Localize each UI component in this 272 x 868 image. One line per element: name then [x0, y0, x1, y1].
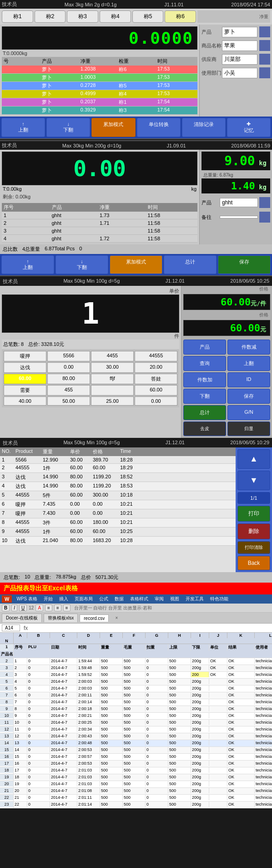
s4-rb-down[interactable]: ▼	[237, 471, 270, 490]
excel-btn-align-left[interactable]: ≡	[45, 604, 52, 611]
excel-tab-docer[interactable]: Docer-在线模板	[2, 614, 42, 622]
col-header-n[interactable]: N	[0, 638, 14, 644]
s3-cell-20[interactable]: 20.00	[135, 362, 177, 373]
s3-rb-return[interactable]: 归显	[227, 421, 270, 436]
s3-rb-pcs-plus[interactable]: 件数加	[183, 372, 226, 387]
scale-btn-3[interactable]: 称3	[67, 10, 98, 23]
col-header-k[interactable]: K	[227, 633, 255, 638]
col-header-g[interactable]: G	[146, 633, 168, 638]
s4-rb-up[interactable]: ▲	[237, 449, 270, 469]
scale-btn-2[interactable]: 称2	[35, 10, 66, 23]
nav-btn-unit[interactable]: 单位转换	[137, 118, 181, 137]
s2-nav-accumulate[interactable]: 累加模式	[110, 255, 162, 274]
excel-menu-review[interactable]: 审阅	[153, 595, 166, 603]
s3-rb-product[interactable]: 产品	[183, 340, 226, 355]
col-header-j[interactable]: J	[209, 633, 227, 638]
s1-main-display: 0.0000 T:0.0000kg 号 产品 净重 检重 时间 萝卜 1.203…	[0, 25, 272, 117]
excel-btn-italic[interactable]: I	[11, 604, 17, 611]
s3-cell-gaya[interactable]: 嗄押	[4, 351, 46, 361]
s2-nav-save[interactable]: 保存	[218, 255, 271, 274]
col-header-l[interactable]: L	[255, 633, 272, 638]
s2-nav-down[interactable]: ↓下翻	[55, 255, 108, 274]
s3-cell-455[interactable]: 455	[47, 385, 90, 396]
s3-cell-44555[interactable]: 44555	[135, 351, 177, 361]
s3-cell-40[interactable]: 40.00	[4, 396, 46, 406]
scale-btn-6[interactable]: 称6	[165, 10, 196, 23]
s2-nav-total[interactable]: 总计	[164, 255, 217, 274]
excel-btn-align-right[interactable]: ≡	[63, 604, 71, 611]
nav-btn-down[interactable]: ↓下翻	[46, 118, 90, 137]
excel-font-size[interactable]: 12	[29, 605, 34, 610]
section1-scale-panel: 技术员 Max 3kg Min 2g d=0.1g J1.11.01 2018/…	[0, 0, 272, 139]
excel-menu-formula[interactable]: 公式	[97, 595, 110, 603]
s3-rb-gn[interactable]: G/N	[227, 405, 270, 420]
excel-tab-record[interactable]: record.csv	[80, 614, 109, 622]
scale-btn-4[interactable]: 称4	[100, 10, 131, 23]
s4-rb-back[interactable]: Back	[237, 556, 270, 570]
scale-btn-5[interactable]: 称5	[132, 10, 164, 23]
s4-rb-print[interactable]: 打印	[237, 506, 270, 522]
s3-cell-dafa[interactable]: 达伐	[4, 362, 46, 373]
scale-btn-1[interactable]: 称1	[2, 10, 33, 23]
col-header-e[interactable]: E	[100, 633, 123, 638]
excel-menu-insert[interactable]: 插入	[57, 595, 70, 603]
col-header-h[interactable]: H	[168, 633, 191, 638]
excel-cell-ref-input[interactable]	[2, 624, 20, 631]
excel-menu-start[interactable]: 开始	[42, 595, 55, 603]
s3-rb-up[interactable]: 上翻	[227, 356, 270, 371]
s3-cell-0b[interactable]: 0.00	[135, 396, 177, 406]
col-header-f[interactable]: F	[123, 633, 146, 638]
s3-rb-total[interactable]: 总计	[183, 405, 226, 420]
s3-cell-ffjf[interactable]: ffjf	[91, 374, 134, 384]
s3-cell-xuyao[interactable]: 需要	[4, 385, 46, 396]
s3-datetime: 2018/06/05 10:25	[230, 278, 269, 285]
s3-cell-0[interactable]: 0.00	[47, 362, 90, 373]
s3-cell-80[interactable]: 80.00	[47, 374, 90, 384]
table-row: 7嗄押7.4300.000.0010:21	[0, 509, 236, 518]
s3-cell-5566[interactable]: 5566	[47, 351, 90, 361]
excel-menu-special[interactable]: 特色功能	[208, 595, 230, 603]
list-item: 201902014-4-72:01:035005000500200gOKtech…	[0, 781, 272, 788]
excel-btn-align-center[interactable]: ≡	[54, 604, 61, 611]
s3-cell-60[interactable]: 60.00	[4, 374, 46, 384]
s3-cell-dawa[interactable]: 答娃	[135, 374, 177, 384]
s2-nav-up[interactable]: ↑上翻	[1, 255, 54, 274]
s3-cell-4455[interactable]: 4455	[91, 351, 134, 361]
s3-rb-save[interactable]: 保存	[227, 389, 270, 404]
nav-btn-clear[interactable]: 清除记录	[182, 118, 226, 137]
s3-cell-50[interactable]: 50.00	[47, 396, 90, 406]
nav-btn-up[interactable]: ↑上翻	[1, 118, 45, 137]
excel-menu-wps[interactable]: WPS 表格	[15, 595, 39, 603]
s3-cell-25[interactable]: 25.00	[91, 396, 134, 406]
s4-rb-print-clear[interactable]: 打印清除	[237, 541, 270, 554]
col-header-i[interactable]: I	[191, 633, 209, 638]
excel-btn-bold[interactable]: B	[2, 604, 10, 611]
s1-weight-display: 0.0000	[2, 26, 197, 50]
excel-menu-dev[interactable]: 开发工具	[184, 595, 206, 603]
s3-rb-down[interactable]: 下翻	[183, 389, 226, 404]
excel-tab-replace[interactable]: 替换模板xlsx	[44, 614, 78, 622]
s3-rb-id[interactable]: ID	[227, 372, 270, 387]
col-header-a[interactable]: A	[14, 633, 27, 638]
col-header-d[interactable]: D	[77, 633, 100, 638]
excel-menu-data[interactable]: 数据	[113, 595, 126, 603]
s3-cell-empty[interactable]	[91, 385, 134, 396]
s2-bottom-nav: ↑上翻 ↓下翻 累加模式 总计 保存	[0, 254, 272, 275]
list-item: 8702014-4-72:00:145005000500200gOKtechni…	[0, 699, 272, 706]
s3-rb-pcs-minus[interactable]: 件数减	[227, 340, 270, 355]
col-header-b[interactable]: B	[27, 633, 50, 638]
excel-btn-underline[interactable]: U	[19, 604, 27, 611]
nav-btn-memory[interactable]: ✚记忆	[227, 118, 271, 137]
rp-name-color	[259, 40, 270, 51]
s3-rb-tare[interactable]: 去皮	[183, 421, 226, 436]
excel-btn-font-color[interactable]: A	[35, 604, 43, 611]
s3-cell-60b[interactable]: 60.00	[135, 385, 177, 396]
excel-menu-view[interactable]: 视图	[168, 595, 181, 603]
nav-btn-accumulate[interactable]: 累加模式	[91, 118, 135, 137]
col-header-c[interactable]: C	[50, 633, 77, 638]
s3-rb-query[interactable]: 查询	[183, 356, 226, 371]
excel-menu-tablestyle[interactable]: 表格样式	[128, 595, 150, 603]
s4-rb-delete[interactable]: 删除	[237, 523, 270, 539]
s3-cell-30[interactable]: 30.00	[91, 362, 134, 373]
excel-menu-layout[interactable]: 页面布局	[73, 595, 95, 603]
